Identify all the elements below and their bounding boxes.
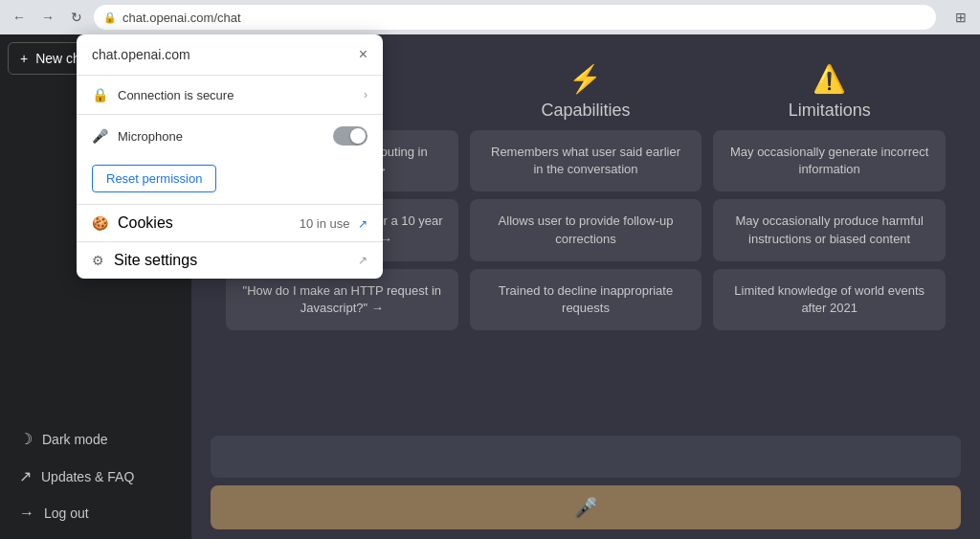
popup-site-name: chat.openai.com xyxy=(92,47,190,62)
limitations-column: ⚠️ Limitations May occasionally generate… xyxy=(707,54,951,330)
forward-button[interactable]: → xyxy=(36,6,59,29)
limitation-card-1[interactable]: May occasionally generate incorrect info… xyxy=(713,130,946,191)
capabilities-column: ⚡ Capabilities Remembers what user said … xyxy=(464,54,708,330)
site-info-popup: chat.openai.com × 🔒 Connection is secure… xyxy=(77,34,383,279)
back-button[interactable]: ← xyxy=(8,6,31,29)
sidebar-bottom: ☽ Dark mode ↗ Updates & FAQ → Log out xyxy=(0,413,191,539)
connection-label: Connection is secure xyxy=(118,88,234,102)
popup-header: chat.openai.com × xyxy=(77,34,383,75)
toggle-knob xyxy=(350,128,366,144)
cookies-icon: 🍪 xyxy=(92,215,108,231)
cookies-label: Cookies xyxy=(118,214,173,232)
capability-card-1[interactable]: Remembers what user said earlier in the … xyxy=(470,130,702,191)
settings-icon: ⚙ xyxy=(92,253,104,268)
browser-chrome: ← → ↻ 🔒 chat.openai.com/chat ⊞ xyxy=(0,0,980,34)
capabilities-header: ⚡ Capabilities xyxy=(464,54,708,130)
site-settings-left: ⚙ Site settings xyxy=(92,252,197,269)
limitation-card-2[interactable]: May occasionally produce harmful instruc… xyxy=(713,199,946,260)
mic-bar-icon: 🎤 xyxy=(574,496,598,519)
limitations-title: Limitations xyxy=(717,101,942,121)
popup-close-button[interactable]: × xyxy=(359,46,368,63)
site-settings-label: Site settings xyxy=(114,252,197,269)
sidebar-item-logout[interactable]: → Log out xyxy=(8,495,184,531)
capability-card-2[interactable]: Allows user to provide follow-up correct… xyxy=(470,199,702,260)
microphone-toggle[interactable] xyxy=(333,126,368,146)
microphone-bar[interactable]: 🎤 xyxy=(211,485,961,529)
cookies-count: 10 in use xyxy=(300,216,350,231)
site-settings-external: ↗ xyxy=(358,254,368,267)
site-settings-row[interactable]: ⚙ Site settings ↗ xyxy=(77,242,383,279)
address-bar[interactable]: 🔒 chat.openai.com/chat xyxy=(94,5,936,30)
sidebar-item-updates-faq[interactable]: ↗ Updates & FAQ xyxy=(8,458,184,495)
microphone-icon: 🎤 xyxy=(92,128,108,144)
microphone-label: Microphone xyxy=(118,129,183,144)
cookies-row: 🍪 Cookies 10 in use ↗ xyxy=(77,205,383,241)
capabilities-cards: Remembers what user said earlier in the … xyxy=(464,130,708,330)
extensions-button[interactable]: ⊞ xyxy=(949,6,972,29)
reset-permission-button[interactable]: Reset permission xyxy=(92,165,216,192)
input-section: 🎤 🔊 xyxy=(191,426,980,539)
limitations-header: ⚠️ Limitations xyxy=(707,54,951,130)
browser-actions: ⊞ xyxy=(949,6,972,29)
connection-arrow: › xyxy=(364,88,368,101)
capabilities-icon: ⚡ xyxy=(474,63,699,95)
updates-faq-label: Updates & FAQ xyxy=(41,469,134,484)
lock-small-icon: 🔒 xyxy=(92,87,108,102)
limitation-card-3[interactable]: Limited knowledge of world events after … xyxy=(713,269,946,330)
lock-icon: 🔒 xyxy=(103,11,117,24)
connection-left: 🔒 Connection is secure xyxy=(92,87,234,102)
cookies-external-link[interactable]: ↗ xyxy=(358,217,368,231)
cookies-right: 10 in use ↗ xyxy=(300,214,368,232)
microphone-row: 🎤 Microphone xyxy=(77,115,383,157)
capabilities-title: Capabilities xyxy=(474,101,699,121)
new-chat-plus: + xyxy=(20,51,28,66)
dark-mode-label: Dark mode xyxy=(42,432,107,447)
message-input-box[interactable] xyxy=(211,436,961,478)
logout-icon: → xyxy=(19,505,34,522)
log-out-label: Log out xyxy=(44,505,89,521)
dark-mode-icon: ☽ xyxy=(19,430,33,448)
limitations-icon: ⚠️ xyxy=(717,63,942,95)
limitations-cards: May occasionally generate incorrect info… xyxy=(707,130,951,330)
mic-row: 🎤 🔊 xyxy=(211,485,961,529)
url-text: chat.openai.com/chat xyxy=(122,11,241,25)
sidebar-item-dark-mode[interactable]: ☽ Dark mode xyxy=(8,420,184,458)
cookies-left: 🍪 Cookies xyxy=(92,214,173,232)
updates-icon: ↗ xyxy=(19,467,32,485)
mic-label-section: 🎤 Microphone xyxy=(92,128,183,144)
popup-container: chat.openai.com × 🔒 Connection is secure… xyxy=(77,34,383,279)
reload-button[interactable]: ↻ xyxy=(65,6,88,29)
capability-card-3[interactable]: Trained to decline inappropriate request… xyxy=(470,269,702,330)
connection-secure-item[interactable]: 🔒 Connection is secure › xyxy=(77,76,383,114)
